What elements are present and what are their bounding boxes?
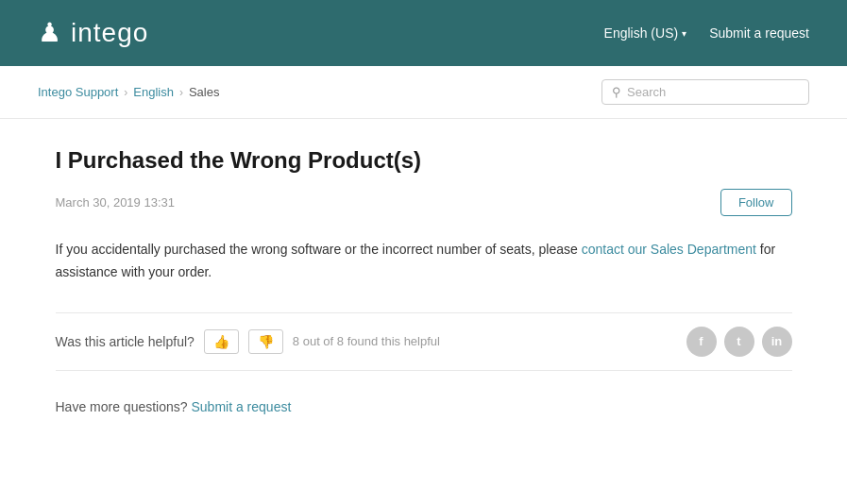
breadcrumb-english[interactable]: English [133, 85, 174, 99]
header-right: English (US) ▾ Submit a request [604, 25, 809, 41]
subheader: Intego Support › English › Sales ⚲ [0, 66, 847, 119]
follow-button[interactable]: Follow [720, 189, 792, 216]
facebook-icon[interactable]: f [686, 327, 717, 357]
search-input[interactable] [627, 85, 799, 99]
header: ♟ intego English (US) ▾ Submit a request [0, 0, 847, 66]
article-title: I Purchased the Wrong Product(s) [56, 147, 792, 174]
article-meta: March 30, 2019 13:31 Follow [56, 189, 792, 216]
search-icon: ⚲ [612, 85, 621, 99]
breadcrumb-intego-support[interactable]: Intego Support [38, 85, 118, 99]
twitter-icon[interactable]: t [724, 327, 754, 357]
language-selector[interactable]: English (US) ▾ [604, 25, 687, 41]
thumbs-down-button[interactable]: 👎 [248, 329, 283, 354]
breadcrumb-sep-1: › [124, 86, 127, 99]
helpful-label: Was this article helpful? [56, 334, 195, 349]
language-label: English (US) [604, 25, 679, 41]
article-date: March 30, 2019 13:31 [56, 195, 175, 210]
logo-text: intego [71, 18, 148, 48]
chevron-down-icon: ▾ [682, 28, 686, 39]
helpful-section: Was this article helpful? 👍 👎 8 out of 8… [56, 312, 792, 371]
thumbs-up-button[interactable]: 👍 [204, 329, 239, 354]
logo: ♟ intego [38, 18, 148, 48]
footer-question-text: Have more questions? [56, 399, 188, 414]
logo-icon: ♟ [38, 20, 61, 46]
submit-request-link[interactable]: Submit a request [709, 25, 809, 41]
footer-section: Have more questions? Submit a request [56, 390, 792, 424]
breadcrumb: Intego Support › English › Sales [38, 85, 219, 99]
breadcrumb-sales: Sales [189, 85, 220, 99]
article-body-prefix: If you accidentally purchased the wrong … [56, 242, 582, 257]
sales-department-link[interactable]: contact our Sales Department [582, 242, 756, 257]
footer-submit-request-link[interactable]: Submit a request [191, 399, 291, 414]
article-body: If you accidentally purchased the wrong … [56, 239, 792, 284]
social-icons: f t in [686, 327, 792, 357]
linkedin-icon[interactable]: in [762, 327, 792, 357]
breadcrumb-sep-2: › [179, 86, 183, 99]
helpful-count: 8 out of 8 found this helpful [293, 334, 440, 348]
helpful-left: Was this article helpful? 👍 👎 8 out of 8… [56, 329, 440, 354]
search-box[interactable]: ⚲ [601, 79, 809, 105]
main-content: I Purchased the Wrong Product(s) March 3… [18, 119, 830, 462]
